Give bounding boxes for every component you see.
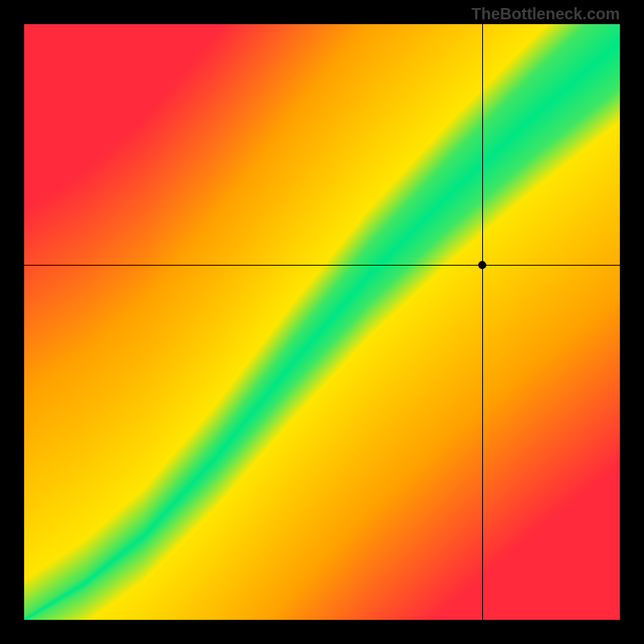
chart-container: TheBottleneck.com — [0, 0, 644, 644]
watermark-text: TheBottleneck.com — [472, 5, 620, 23]
bottleneck-heatmap — [24, 24, 620, 620]
